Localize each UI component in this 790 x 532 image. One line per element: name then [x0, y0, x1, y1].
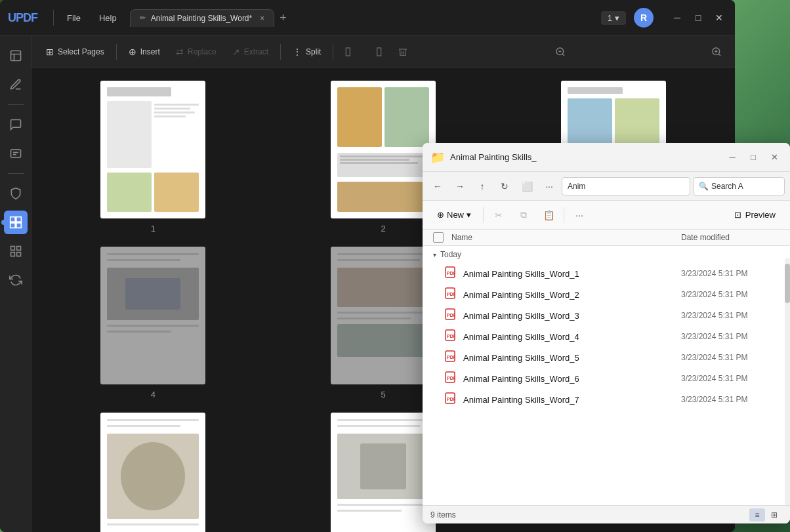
- select-pages-icon: ⊞: [46, 47, 54, 57]
- sidebar-divider-2: [8, 173, 24, 174]
- tab-add-button[interactable]: +: [280, 11, 287, 25]
- svg-text:PDF: PDF: [447, 292, 455, 297]
- toolbar: ⊞ Select Pages ⊕ Insert ⇄ Replace ↗ Extr…: [31, 36, 735, 68]
- avatar[interactable]: R: [634, 8, 654, 28]
- menu-bar: File Help: [59, 10, 125, 26]
- split-button[interactable]: ⋮ Split: [286, 43, 327, 60]
- sidebar-icon-protect[interactable]: [4, 182, 28, 205]
- page-image-2[interactable]: [331, 81, 436, 218]
- fe-column-headers: Name Date modified: [423, 230, 790, 246]
- page-image-8[interactable]: [331, 413, 436, 532]
- delete-button[interactable]: [391, 43, 415, 60]
- fe-col-name-header[interactable]: Name: [451, 233, 681, 242]
- fe-more-options-button[interactable]: ···: [570, 205, 589, 225]
- fe-col-date-header[interactable]: Date modified: [681, 233, 780, 242]
- fe-file-row-4[interactable]: PDF Animal Painting Skills_Word_5 3/23/2…: [423, 347, 790, 368]
- svg-text:PDF: PDF: [447, 334, 455, 338]
- fe-breadcrumb[interactable]: Anim: [562, 177, 690, 195]
- sidebar-icon-pages[interactable]: [4, 211, 28, 234]
- fe-copy-button[interactable]: ⧉: [514, 205, 533, 225]
- fe-scroll-track[interactable]: [785, 258, 790, 505]
- sidebar-active-indicator: [1, 220, 7, 225]
- sidebar-icon-edit[interactable]: [4, 73, 28, 96]
- sidebar-icon-organize[interactable]: [4, 239, 28, 263]
- zoom-in-button[interactable]: [706, 43, 727, 60]
- page-image-5[interactable]: [331, 247, 436, 384]
- select-pages-button[interactable]: ⊞ Select Pages: [39, 43, 111, 60]
- close-button[interactable]: ✕: [711, 10, 727, 26]
- page-right-button[interactable]: [365, 43, 388, 60]
- sidebar-icon-convert[interactable]: [4, 268, 28, 292]
- fe-search-box[interactable]: 🔍 Search A: [693, 177, 785, 195]
- fe-preview-button[interactable]: ⊡ Preview: [728, 207, 782, 223]
- page-image-7[interactable]: [100, 413, 205, 532]
- sidebar-icon-document[interactable]: [4, 44, 28, 68]
- fe-new-arrow-icon: ▾: [467, 210, 471, 220]
- sidebar-icon-comment[interactable]: [4, 113, 28, 136]
- fe-group-today[interactable]: ▾ Today: [423, 246, 790, 263]
- svg-rect-8: [10, 223, 15, 228]
- fe-titlebar: 📁 Animal Painting Skills_ ─ □ ✕: [423, 143, 790, 172]
- fe-list-view-button[interactable]: ≡: [749, 508, 765, 522]
- sidebar-divider-1: [8, 104, 24, 105]
- fe-select-all-checkbox[interactable]: [433, 232, 444, 243]
- extract-icon: ↗: [232, 47, 240, 57]
- fe-view-button[interactable]: ⬜: [517, 176, 537, 196]
- fe-new-button[interactable]: ⊕ New ▾: [430, 207, 478, 223]
- fe-refresh-button[interactable]: ↻: [495, 176, 514, 196]
- fe-file-row-1[interactable]: PDF Animal Painting Skills_Word_2 3/23/2…: [423, 284, 790, 305]
- fe-file-row-3[interactable]: PDF Animal Painting Skills_Word_4 3/23/2…: [423, 326, 790, 347]
- zoom-out-button[interactable]: [550, 43, 571, 60]
- fe-up-button[interactable]: ↑: [472, 176, 492, 196]
- fe-cut-button[interactable]: ✂: [489, 205, 509, 225]
- maximize-button[interactable]: □: [690, 10, 706, 26]
- fe-grid-view-button[interactable]: ⊞: [766, 508, 782, 522]
- fe-file-row-6[interactable]: PDF Animal Painting Skills_Word_7 3/23/2…: [423, 389, 790, 410]
- fe-file-row-5[interactable]: PDF Animal Painting Skills_Word_6 3/23/2…: [423, 368, 790, 389]
- page-thumb-4[interactable]: 4: [45, 247, 262, 399]
- svg-rect-14: [346, 48, 350, 56]
- active-tab[interactable]: ✏ Animal Painting Skills_Word* ×: [130, 9, 275, 27]
- title-bar-right: 1 ▾ R ─ □ ✕: [601, 8, 727, 28]
- tab-area: ✏ Animal Painting Skills_Word* × +: [130, 9, 601, 27]
- fe-file-row-0[interactable]: PDF Animal Painting Skills_Word_1 3/23/2…: [423, 263, 790, 284]
- insert-button[interactable]: ⊕ Insert: [122, 43, 167, 60]
- fe-scroll-thumb[interactable]: [785, 264, 790, 303]
- fe-more-button[interactable]: ···: [539, 176, 559, 196]
- fe-minimize-button[interactable]: ─: [724, 150, 740, 165]
- fe-maximize-button[interactable]: □: [745, 150, 761, 165]
- svg-rect-13: [16, 253, 20, 256]
- minimize-button[interactable]: ─: [669, 10, 685, 26]
- fe-view-buttons: ≡ ⊞: [749, 508, 782, 522]
- page-thumb-7[interactable]: 7: [45, 413, 262, 532]
- tab-close-button[interactable]: ×: [260, 14, 264, 23]
- window-controls: ─ □ ✕: [669, 10, 727, 26]
- fe-status-text: 9 items: [430, 510, 749, 520]
- fe-paste-button[interactable]: 📋: [539, 205, 558, 225]
- sidebar-icon-form[interactable]: [4, 142, 28, 165]
- svg-line-17: [562, 54, 564, 56]
- tool-sep-3: [333, 44, 333, 60]
- fe-forward-button[interactable]: →: [450, 176, 470, 196]
- page-image-1[interactable]: [100, 81, 205, 218]
- page-image-4[interactable]: [100, 247, 205, 384]
- fe-file-name-6: Animal Painting Skills_Word_7: [463, 395, 681, 405]
- extract-button[interactable]: ↗ Extract: [226, 43, 275, 60]
- menu-help[interactable]: Help: [91, 10, 125, 26]
- svg-line-20: [718, 54, 720, 56]
- fe-folder-icon: 📁: [430, 150, 445, 165]
- fe-close-button[interactable]: ✕: [766, 150, 782, 165]
- page-number-4: 4: [151, 390, 156, 399]
- split-icon: ⋮: [293, 47, 302, 57]
- page-indicator[interactable]: 1 ▾: [601, 11, 626, 25]
- menu-file[interactable]: File: [59, 10, 89, 26]
- page-left-button[interactable]: [339, 43, 362, 60]
- replace-button[interactable]: ⇄ Replace: [169, 43, 223, 60]
- file-explorer-window: 📁 Animal Painting Skills_ ─ □ ✕ ← → ↑ ↻ …: [423, 143, 790, 523]
- fe-file-date-2: 3/23/2024 5:31 PM: [681, 311, 780, 320]
- replace-icon: ⇄: [176, 47, 184, 57]
- insert-label: Insert: [140, 47, 160, 56]
- page-thumb-1[interactable]: 1: [45, 81, 262, 234]
- fe-back-button[interactable]: ←: [428, 176, 447, 196]
- fe-file-row-2[interactable]: PDF Animal Painting Skills_Word_3 3/23/2…: [423, 305, 790, 326]
